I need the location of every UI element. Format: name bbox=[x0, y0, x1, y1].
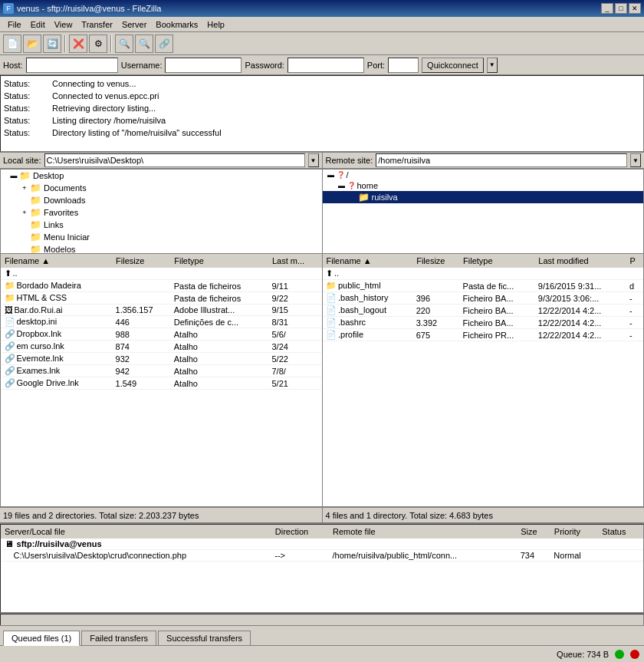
tree-item-links[interactable]: 📁 Links bbox=[1, 219, 322, 231]
question-icon: ❓ bbox=[347, 182, 356, 189]
queue-col-priority[interactable]: Priority bbox=[550, 525, 598, 538]
tab-failed-transfers[interactable]: Failed transfers bbox=[81, 631, 156, 645]
queue-transfer-row[interactable]: C:\Users\ruisilva\Desktop\crud\connectio… bbox=[2, 550, 643, 562]
cell-date bbox=[535, 268, 626, 280]
local-file-list[interactable]: Filename ▲ Filesize Filetype Last m... ⬆… bbox=[1, 254, 322, 506]
local-path-input[interactable] bbox=[44, 153, 305, 167]
col-filesize[interactable]: Filesize bbox=[113, 255, 171, 268]
menubar-item-file[interactable]: File bbox=[3, 18, 26, 31]
host-input[interactable] bbox=[26, 58, 118, 73]
tab-successful-transfers[interactable]: Successful transfers bbox=[158, 631, 251, 645]
remote-path-dropdown[interactable]: ▼ bbox=[630, 153, 641, 167]
table-row[interactable]: 🔗em curso.lnk 874 Atalho 3/24 bbox=[2, 341, 322, 353]
table-row[interactable]: 📄.bashrc 3.392 Ficheiro BA... 12/22/2014… bbox=[323, 317, 643, 329]
toolbar-settings-button[interactable]: ⚙ bbox=[89, 35, 107, 53]
quickconnect-button[interactable]: Quickconnect bbox=[422, 58, 484, 73]
cell-name: 🖼Bar.do.Rui.ai bbox=[2, 305, 113, 316]
toolbar: 📄 📂 🔄 ❌ ⚙ 🔍 🔍 🔗 bbox=[0, 32, 644, 55]
remote-file-list[interactable]: Filename ▲ Filesize Filetype Last modifi… bbox=[323, 254, 644, 506]
tree-item-documents[interactable]: + 📁 Documents bbox=[1, 182, 322, 194]
tree-label: home bbox=[357, 181, 379, 190]
menubar-item-help[interactable]: Help bbox=[202, 18, 229, 31]
col-filetype[interactable]: Filetype bbox=[171, 255, 269, 268]
menubar-item-edit[interactable]: Edit bbox=[26, 18, 50, 31]
expand-icon: + bbox=[19, 209, 30, 216]
table-row[interactable]: 📄desktop.ini 446 Definições de c... 8/31 bbox=[2, 316, 322, 328]
queue-col-size[interactable]: Size bbox=[518, 525, 551, 538]
tab-queued-files[interactable]: Queued files (1) bbox=[3, 631, 80, 646]
remote-tree[interactable]: ▬ ❓ / ▬ ❓ home 📁 ruisilva bbox=[323, 170, 644, 254]
toolbar-search-button[interactable]: 🔍 bbox=[115, 35, 133, 53]
col-lastmod[interactable]: Last modified bbox=[535, 255, 626, 268]
toolbar-open-button[interactable]: 📂 bbox=[23, 35, 41, 53]
table-row[interactable]: 📁HTML & CSS Pasta de ficheiros 9/22 bbox=[2, 292, 322, 305]
menubar-item-view[interactable]: View bbox=[50, 18, 77, 31]
remote-path-input[interactable] bbox=[376, 153, 627, 167]
cell-date: 7/8/ bbox=[268, 365, 321, 377]
menubar-item-server[interactable]: Server bbox=[117, 18, 151, 31]
table-row[interactable]: 🔗Dropbox.lnk 988 Atalho 5/6/ bbox=[2, 328, 322, 341]
table-row[interactable]: 🔗Exames.lnk 942 Atalho 7/8/ bbox=[2, 365, 322, 377]
col-lastmod[interactable]: Last m... bbox=[268, 255, 321, 268]
cell-size: 3.392 bbox=[413, 317, 460, 329]
tree-item-downloads[interactable]: 📁 Downloads bbox=[1, 194, 322, 206]
table-row[interactable]: 🔗Evernote.lnk 932 Atalho 5/22 bbox=[2, 353, 322, 365]
menubar-item-bookmarks[interactable]: Bookmarks bbox=[151, 18, 202, 31]
queue-col-direction[interactable]: Direction bbox=[271, 525, 329, 538]
tree-item-root[interactable]: ▬ ❓ / bbox=[323, 170, 644, 180]
table-row[interactable]: 📄.profile 675 Ficheiro PR... 12/22/2014 … bbox=[323, 329, 643, 341]
col-perm[interactable]: P bbox=[626, 255, 643, 268]
local-file-table: Filename ▲ Filesize Filetype Last m... ⬆… bbox=[1, 254, 322, 390]
local-tree[interactable]: ▬ 📁 Desktop + 📁 Documents 📁 Downloads + … bbox=[1, 170, 322, 254]
status-line-1: Status: Connecting to venus... bbox=[4, 77, 640, 90]
toolbar-cancel-button[interactable]: ❌ bbox=[69, 35, 87, 53]
tree-item-desktop[interactable]: ▬ 📁 Desktop bbox=[1, 170, 322, 182]
col-filename[interactable]: Filename ▲ bbox=[2, 255, 113, 268]
table-row[interactable]: ⬆.. bbox=[323, 268, 643, 280]
password-label: Password: bbox=[245, 61, 284, 70]
close-button[interactable]: ✕ bbox=[629, 3, 641, 14]
col-filetype[interactable]: Filetype bbox=[460, 255, 535, 268]
table-row[interactable]: 📁public_html Pasta de fic... 9/16/2015 9… bbox=[323, 280, 643, 292]
host-label: Host: bbox=[3, 61, 23, 70]
tree-item-menu[interactable]: 📁 Menu Iniciar bbox=[1, 231, 322, 243]
tree-item-ruisilva[interactable]: 📁 ruisilva bbox=[323, 191, 644, 203]
local-path-dropdown[interactable]: ▼ bbox=[308, 153, 319, 167]
toolbar-link-button[interactable]: 🔗 bbox=[155, 35, 173, 53]
toolbar-search2-button[interactable]: 🔍 bbox=[135, 35, 153, 53]
toolbar-sep-1 bbox=[64, 35, 66, 52]
tree-label: Menu Iniciar bbox=[44, 232, 90, 242]
port-input[interactable] bbox=[388, 58, 419, 73]
queue-list[interactable]: Server/Local file Direction Remote file … bbox=[0, 524, 644, 613]
table-row[interactable]: ⬆.. bbox=[2, 268, 322, 280]
col-filename[interactable]: Filename ▲ bbox=[323, 255, 413, 268]
maximize-button[interactable]: □ bbox=[615, 3, 627, 14]
table-row[interactable]: 📄.bash_history 396 Ficheiro BA... 9/3/20… bbox=[323, 292, 643, 305]
cell-size bbox=[413, 280, 460, 292]
queue-server-row[interactable]: 🖥 sftp://ruisilva@venus bbox=[2, 538, 643, 550]
password-input[interactable] bbox=[288, 58, 364, 73]
queue-col-server[interactable]: Server/Local file bbox=[2, 525, 272, 538]
quickconnect-dropdown[interactable]: ▼ bbox=[487, 58, 498, 73]
tree-item-modelos[interactable]: 📁 Modelos bbox=[1, 243, 322, 254]
username-input[interactable] bbox=[165, 58, 242, 73]
menubar-item-transfer[interactable]: Transfer bbox=[77, 18, 117, 31]
col-filesize[interactable]: Filesize bbox=[413, 255, 460, 268]
toolbar-new-button[interactable]: 📄 bbox=[3, 35, 21, 53]
minimize-button[interactable]: _ bbox=[601, 3, 613, 14]
queue-server-name: sftp://ruisilva@venus bbox=[17, 539, 102, 548]
cell-name: 📄.bashrc bbox=[323, 317, 413, 329]
queue-col-remote[interactable]: Remote file bbox=[330, 525, 518, 538]
table-row[interactable]: 📄.bash_logout 220 Ficheiro BA... 12/22/2… bbox=[323, 305, 643, 317]
toolbar-refresh-button[interactable]: 🔄 bbox=[43, 35, 61, 53]
cell-perm bbox=[626, 268, 643, 280]
tree-item-favorites[interactable]: + 📁 Favorites bbox=[1, 206, 322, 219]
tree-item-home[interactable]: ▬ ❓ home bbox=[323, 180, 644, 191]
cell-date: 12/22/2014 4:2... bbox=[535, 305, 626, 317]
table-row[interactable]: 🖼Bar.do.Rui.ai 1.356.157 Adobe Illustrat… bbox=[2, 305, 322, 316]
queue-direction: --> bbox=[271, 550, 329, 562]
queue-col-status[interactable]: Status bbox=[599, 525, 643, 538]
table-row[interactable]: 🔗Google Drive.lnk 1.549 Atalho 5/21 bbox=[2, 377, 322, 390]
table-row[interactable]: 📁Bordado Madeira Pasta de ficheiros 9/11 bbox=[2, 280, 322, 292]
queue-hscrollbar[interactable] bbox=[0, 614, 644, 626]
